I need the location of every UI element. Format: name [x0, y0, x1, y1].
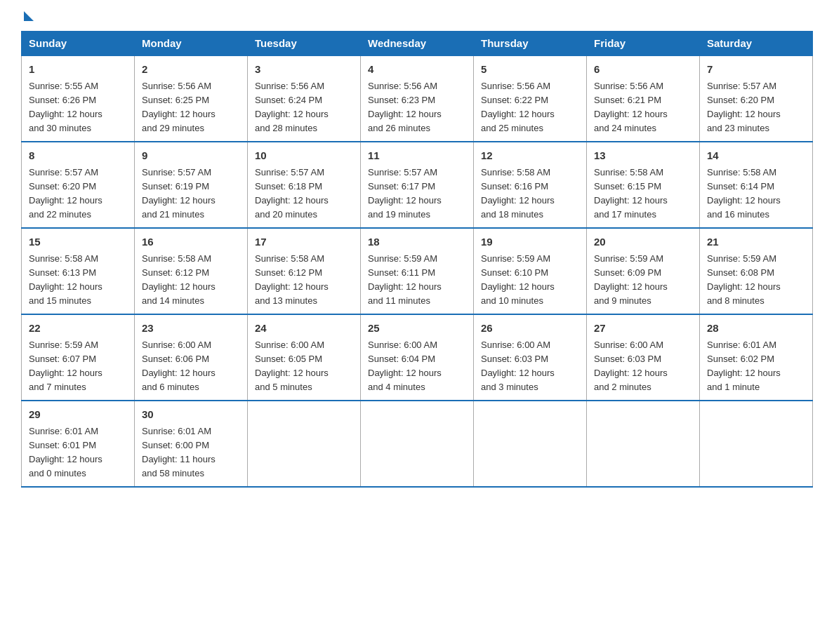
calendar-day-cell: 15 Sunrise: 5:58 AMSunset: 6:13 PMDaylig… — [22, 228, 135, 314]
calendar-day-cell: 18 Sunrise: 5:59 AMSunset: 6:11 PMDaylig… — [361, 228, 474, 314]
calendar-day-cell: 8 Sunrise: 5:57 AMSunset: 6:20 PMDayligh… — [22, 142, 135, 228]
calendar-day-cell — [587, 401, 700, 487]
day-info: Sunrise: 5:58 AMSunset: 6:13 PMDaylight:… — [29, 253, 102, 306]
calendar-day-cell: 21 Sunrise: 5:59 AMSunset: 6:08 PMDaylig… — [700, 228, 813, 314]
day-info: Sunrise: 5:58 AMSunset: 6:14 PMDaylight:… — [707, 167, 781, 220]
calendar-day-cell — [248, 401, 361, 487]
day-number: 13 — [594, 148, 692, 164]
day-info: Sunrise: 5:57 AMSunset: 6:20 PMDaylight:… — [707, 81, 781, 133]
day-number: 21 — [707, 234, 805, 250]
day-info: Sunrise: 5:56 AMSunset: 6:25 PMDaylight:… — [142, 81, 216, 133]
calendar-day-cell: 30 Sunrise: 6:01 AMSunset: 6:00 PMDaylig… — [135, 401, 248, 487]
calendar-day-cell: 29 Sunrise: 6:01 AMSunset: 6:01 PMDaylig… — [22, 401, 135, 487]
day-number: 27 — [594, 321, 692, 337]
day-number: 25 — [368, 321, 466, 337]
calendar-day-cell — [474, 401, 587, 487]
calendar-header-row: SundayMondayTuesdayWednesdayThursdayFrid… — [22, 32, 813, 56]
calendar-day-cell: 22 Sunrise: 5:59 AMSunset: 6:07 PMDaylig… — [22, 314, 135, 401]
calendar-day-cell: 28 Sunrise: 6:01 AMSunset: 6:02 PMDaylig… — [700, 314, 813, 401]
day-info: Sunrise: 5:55 AMSunset: 6:26 PMDaylight:… — [29, 81, 102, 133]
day-info: Sunrise: 6:00 AMSunset: 6:03 PMDaylight:… — [594, 340, 668, 392]
calendar-day-cell: 20 Sunrise: 5:59 AMSunset: 6:09 PMDaylig… — [587, 228, 700, 314]
day-info: Sunrise: 6:01 AMSunset: 6:01 PMDaylight:… — [29, 426, 102, 478]
day-info: Sunrise: 6:01 AMSunset: 6:02 PMDaylight:… — [707, 340, 781, 392]
calendar-day-cell: 9 Sunrise: 5:57 AMSunset: 6:19 PMDayligh… — [135, 142, 248, 228]
day-number: 6 — [594, 62, 692, 78]
logo — [21, 14, 34, 17]
calendar-day-cell: 14 Sunrise: 5:58 AMSunset: 6:14 PMDaylig… — [700, 142, 813, 228]
calendar-day-cell: 16 Sunrise: 5:58 AMSunset: 6:12 PMDaylig… — [135, 228, 248, 314]
calendar-day-cell: 2 Sunrise: 5:56 AMSunset: 6:25 PMDayligh… — [135, 55, 248, 142]
day-number: 23 — [142, 321, 240, 337]
day-info: Sunrise: 5:57 AMSunset: 6:17 PMDaylight:… — [368, 167, 442, 220]
day-header-friday: Friday — [587, 32, 700, 56]
day-number: 24 — [255, 321, 353, 337]
day-number: 5 — [481, 62, 579, 78]
day-header-saturday: Saturday — [700, 32, 813, 56]
day-info: Sunrise: 6:00 AMSunset: 6:05 PMDaylight:… — [255, 340, 329, 392]
day-info: Sunrise: 5:56 AMSunset: 6:23 PMDaylight:… — [368, 81, 442, 133]
day-number: 7 — [707, 62, 805, 78]
day-info: Sunrise: 5:58 AMSunset: 6:12 PMDaylight:… — [255, 253, 329, 306]
calendar-day-cell: 19 Sunrise: 5:59 AMSunset: 6:10 PMDaylig… — [474, 228, 587, 314]
day-number: 19 — [481, 234, 579, 250]
calendar-day-cell: 11 Sunrise: 5:57 AMSunset: 6:17 PMDaylig… — [361, 142, 474, 228]
day-number: 15 — [29, 234, 127, 250]
calendar-table: SundayMondayTuesdayWednesdayThursdayFrid… — [21, 31, 813, 488]
calendar-day-cell: 24 Sunrise: 6:00 AMSunset: 6:05 PMDaylig… — [248, 314, 361, 401]
day-number: 2 — [142, 62, 240, 78]
day-number: 20 — [594, 234, 692, 250]
day-number: 17 — [255, 234, 353, 250]
day-number: 30 — [142, 407, 240, 423]
day-number: 12 — [481, 148, 579, 164]
day-info: Sunrise: 6:00 AMSunset: 6:04 PMDaylight:… — [368, 340, 442, 392]
calendar-day-cell: 27 Sunrise: 6:00 AMSunset: 6:03 PMDaylig… — [587, 314, 700, 401]
calendar-day-cell: 4 Sunrise: 5:56 AMSunset: 6:23 PMDayligh… — [361, 55, 474, 142]
calendar-day-cell: 1 Sunrise: 5:55 AMSunset: 6:26 PMDayligh… — [22, 55, 135, 142]
day-number: 11 — [368, 148, 466, 164]
day-info: Sunrise: 5:59 AMSunset: 6:09 PMDaylight:… — [594, 253, 668, 306]
day-header-thursday: Thursday — [474, 32, 587, 56]
day-number: 18 — [368, 234, 466, 250]
day-number: 22 — [29, 321, 127, 337]
day-info: Sunrise: 5:57 AMSunset: 6:19 PMDaylight:… — [142, 167, 216, 220]
calendar-day-cell: 13 Sunrise: 5:58 AMSunset: 6:15 PMDaylig… — [587, 142, 700, 228]
calendar-day-cell: 7 Sunrise: 5:57 AMSunset: 6:20 PMDayligh… — [700, 55, 813, 142]
day-number: 26 — [481, 321, 579, 337]
day-info: Sunrise: 5:59 AMSunset: 6:10 PMDaylight:… — [481, 253, 555, 306]
day-number: 9 — [142, 148, 240, 164]
calendar-day-cell: 17 Sunrise: 5:58 AMSunset: 6:12 PMDaylig… — [248, 228, 361, 314]
day-info: Sunrise: 5:58 AMSunset: 6:16 PMDaylight:… — [481, 167, 555, 220]
calendar-day-cell: 26 Sunrise: 6:00 AMSunset: 6:03 PMDaylig… — [474, 314, 587, 401]
day-info: Sunrise: 5:57 AMSunset: 6:18 PMDaylight:… — [255, 167, 329, 220]
calendar-day-cell: 3 Sunrise: 5:56 AMSunset: 6:24 PMDayligh… — [248, 55, 361, 142]
calendar-week-row: 15 Sunrise: 5:58 AMSunset: 6:13 PMDaylig… — [22, 228, 813, 314]
calendar-day-cell — [700, 401, 813, 487]
calendar-week-row: 8 Sunrise: 5:57 AMSunset: 6:20 PMDayligh… — [22, 142, 813, 228]
logo-arrow-icon — [24, 11, 34, 21]
day-number: 4 — [368, 62, 466, 78]
day-info: Sunrise: 6:00 AMSunset: 6:06 PMDaylight:… — [142, 340, 216, 392]
day-info: Sunrise: 5:58 AMSunset: 6:15 PMDaylight:… — [594, 167, 668, 220]
day-info: Sunrise: 6:01 AMSunset: 6:00 PMDaylight:… — [142, 426, 216, 478]
day-info: Sunrise: 5:59 AMSunset: 6:07 PMDaylight:… — [29, 340, 102, 392]
day-number: 1 — [29, 62, 127, 78]
day-header-wednesday: Wednesday — [361, 32, 474, 56]
day-number: 3 — [255, 62, 353, 78]
day-number: 28 — [707, 321, 805, 337]
day-number: 10 — [255, 148, 353, 164]
day-info: Sunrise: 5:57 AMSunset: 6:20 PMDaylight:… — [29, 167, 102, 220]
day-header-tuesday: Tuesday — [248, 32, 361, 56]
calendar-day-cell: 25 Sunrise: 6:00 AMSunset: 6:04 PMDaylig… — [361, 314, 474, 401]
page-header — [21, 14, 813, 17]
day-number: 14 — [707, 148, 805, 164]
day-header-sunday: Sunday — [22, 32, 135, 56]
day-info: Sunrise: 5:56 AMSunset: 6:24 PMDaylight:… — [255, 81, 329, 133]
calendar-day-cell: 10 Sunrise: 5:57 AMSunset: 6:18 PMDaylig… — [248, 142, 361, 228]
calendar-week-row: 1 Sunrise: 5:55 AMSunset: 6:26 PMDayligh… — [22, 55, 813, 142]
calendar-week-row: 22 Sunrise: 5:59 AMSunset: 6:07 PMDaylig… — [22, 314, 813, 401]
day-info: Sunrise: 5:59 AMSunset: 6:11 PMDaylight:… — [368, 253, 442, 306]
day-info: Sunrise: 6:00 AMSunset: 6:03 PMDaylight:… — [481, 340, 555, 392]
day-number: 29 — [29, 407, 127, 423]
day-info: Sunrise: 5:56 AMSunset: 6:21 PMDaylight:… — [594, 81, 668, 133]
